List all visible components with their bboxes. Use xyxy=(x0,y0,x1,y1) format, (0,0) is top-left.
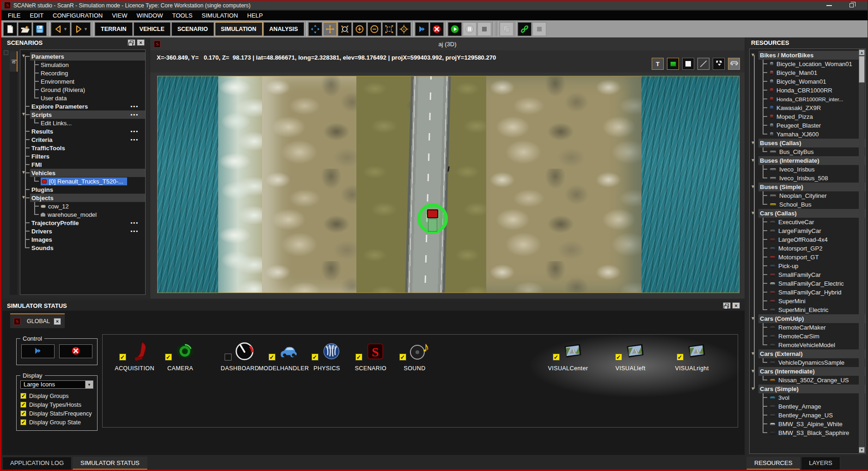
module-checkbox[interactable] xyxy=(225,354,232,361)
zoom-in-button[interactable] xyxy=(353,22,367,36)
navigate-back-button[interactable] xyxy=(51,22,70,36)
resource-item-bus-citybus[interactable]: Bus_CityBus xyxy=(750,147,865,156)
zoom-region-button[interactable] xyxy=(338,22,352,36)
target-button[interactable] xyxy=(397,22,411,36)
tree-item-cow-12[interactable]: cow_12 xyxy=(20,202,145,210)
module-visualleft[interactable]: VISUALleft xyxy=(600,339,660,372)
resource-item-remotecarmaker[interactable]: RemoteCarMaker xyxy=(750,323,865,332)
tab-global[interactable]: S GLOBAL xyxy=(10,313,65,328)
tree-item-images[interactable]: Images xyxy=(20,235,145,244)
menu-tools[interactable]: TOOLS xyxy=(167,11,197,20)
pan-button[interactable] xyxy=(308,22,322,36)
tree-item-trajectoryprofile[interactable]: TrajectoryProfile xyxy=(20,219,145,227)
tab-layers[interactable]: LAYERS xyxy=(801,457,840,470)
resource-group-cars-intermediate[interactable]: Cars (Intermediate) xyxy=(750,367,865,376)
scenario-side-tab[interactable]: aj xyxy=(10,51,18,72)
tree-item-drivers[interactable]: Drivers xyxy=(20,227,145,235)
module-checkbox[interactable] xyxy=(165,354,172,361)
resource-group-buses-intermediate[interactable]: Buses (Intermediate) xyxy=(750,156,865,165)
menu-file[interactable]: FILE xyxy=(3,11,25,20)
menu-help[interactable]: HELP xyxy=(243,11,268,20)
menu-edit[interactable]: EDIT xyxy=(25,11,48,20)
checkbox[interactable] xyxy=(20,410,26,416)
move-button[interactable] xyxy=(323,22,337,36)
options-dots-button[interactable] xyxy=(130,104,139,109)
tree-item-ground-riviera[interactable]: Ground (Riviera) xyxy=(20,86,145,94)
scrollbar[interactable] xyxy=(859,49,865,453)
resource-item-motorsport-gp2[interactable]: Motorsport_GP2 xyxy=(750,244,865,253)
scroll-up-icon[interactable] xyxy=(859,49,865,55)
stop-button[interactable] xyxy=(477,22,491,36)
module-visualright[interactable]: VISUALright xyxy=(662,339,722,372)
scrollbar-thumb[interactable] xyxy=(859,56,865,83)
menu-simulation[interactable]: SIMULATION xyxy=(197,11,243,20)
viewpoint-select-button[interactable] xyxy=(713,58,725,70)
resource-item-bicycle-man01[interactable]: Bicycle_Man01 xyxy=(750,68,865,77)
module-checkbox[interactable] xyxy=(615,354,622,361)
panel-grip[interactable] xyxy=(4,50,8,55)
resource-item-honda-cbr1000rr-inter[interactable]: Honda_CBR1000RR_inter... xyxy=(750,95,865,104)
tree-item-0-renault-trucks-t520[interactable]: [0] Renault_Trucks_T520-... xyxy=(20,177,145,185)
tree-item-plugins[interactable]: Plugins xyxy=(20,185,145,194)
zoom-out-button[interactable] xyxy=(367,22,381,36)
mode-analysis-button[interactable]: ANALYSIS xyxy=(263,22,304,36)
module-checkbox[interactable] xyxy=(355,354,362,361)
resource-group-bikes-motorbikes[interactable]: Bikes / MotorBikes xyxy=(750,51,865,60)
resource-item-pick-up[interactable]: Pick-up xyxy=(750,262,865,270)
checkbox[interactable] xyxy=(20,402,26,408)
tree-item-recording[interactable]: Recording xyxy=(20,69,145,77)
resource-item-motorsport-gt[interactable]: Motorsport_GT xyxy=(750,253,865,262)
resource-group-buses-callas[interactable]: Buses (Callas) xyxy=(750,139,865,147)
state-green-button[interactable] xyxy=(667,58,679,70)
tree-item-explore-parameters[interactable]: Explore Parameters xyxy=(20,102,145,110)
navigate-forward-button[interactable] xyxy=(71,22,91,36)
resource-group-cars-comudp[interactable]: Cars (ComUdp) xyxy=(750,314,865,323)
resource-item-bentley-arnage[interactable]: Bentley_Arnage xyxy=(750,402,865,411)
launch-button[interactable] xyxy=(415,22,429,36)
resource-item-executivecar[interactable]: ExecutiveCar xyxy=(750,218,865,226)
restore-button[interactable] xyxy=(846,2,856,9)
menu-view[interactable]: VIEW xyxy=(107,11,132,20)
3d-view[interactable] xyxy=(157,76,740,293)
tree-item-user-data[interactable]: User data xyxy=(20,94,145,102)
module-checkbox[interactable] xyxy=(119,354,126,361)
fit-view-button[interactable] xyxy=(382,22,396,36)
mode-terrain-button[interactable]: TERRAIN xyxy=(95,22,133,36)
resource-item-smallfamilycar-electric[interactable]: SmallFamilyCar_Electric xyxy=(750,279,865,288)
options-dots-button[interactable] xyxy=(130,112,139,117)
module-sound[interactable]: SOUND xyxy=(385,339,445,372)
module-camera[interactable]: CAMERA xyxy=(150,339,210,372)
resource-group-cars-callas[interactable]: Cars (Callas) xyxy=(750,209,865,218)
module-checkbox[interactable] xyxy=(677,354,684,361)
tree-item-vehicles[interactable]: Vehicles xyxy=(20,169,145,177)
tree-item-scripts[interactable]: Scripts xyxy=(20,110,145,119)
tree-item-edit-links[interactable]: Edit Links... xyxy=(20,119,145,127)
options-dots-button[interactable] xyxy=(130,228,139,234)
mode-vehicle-button[interactable]: VEHICLE xyxy=(134,22,171,36)
menu-configuration[interactable]: CONFIGURATION xyxy=(48,11,107,20)
open-file-button[interactable] xyxy=(18,22,32,36)
resource-item-smallfamilycar-hybrid[interactable]: SmallFamilyCar_Hybrid xyxy=(750,288,865,297)
tree-item-traffictools[interactable]: TrafficTools xyxy=(20,144,145,152)
close-panel-button[interactable] xyxy=(137,39,145,46)
mode-scenario-button[interactable]: SCENARIO xyxy=(171,22,214,36)
state-empty-button[interactable] xyxy=(697,58,709,70)
resource-item-iveco-irisbus-508[interactable]: Iveco_Irisbus_508 xyxy=(750,174,865,183)
resource-item-moped-pizza[interactable]: Moped_Pizza xyxy=(750,112,865,121)
vehicle-camera-button[interactable] xyxy=(728,58,740,70)
play-button[interactable] xyxy=(448,22,462,36)
tree-item-criteria[interactable]: Criteria xyxy=(20,135,145,144)
resource-item-bicycle-woman01[interactable]: Bicycle_Woman01 xyxy=(750,77,865,86)
module-visualcenter[interactable]: VISUALCenter xyxy=(538,339,598,372)
options-dots-button[interactable] xyxy=(130,220,139,226)
abort-simulation-button[interactable] xyxy=(59,344,92,358)
scroll-down-icon[interactable] xyxy=(859,447,865,453)
icon-size-select[interactable]: Large Icons xyxy=(20,380,93,389)
resource-item-iveco-irisbus[interactable]: Iveco_Irisbus xyxy=(750,165,865,174)
tab-resources[interactable]: RESOURCES xyxy=(746,457,800,470)
close-panel-button[interactable] xyxy=(732,302,740,309)
idle-button[interactable] xyxy=(532,22,546,36)
pause-button[interactable] xyxy=(463,22,477,36)
module-checkbox[interactable] xyxy=(269,354,275,361)
minimize-button[interactable] xyxy=(824,2,834,9)
